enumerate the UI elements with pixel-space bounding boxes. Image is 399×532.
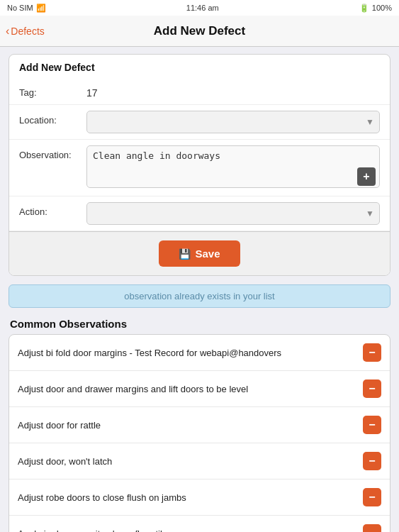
list-item: Angle in doorway sits above floor tiles− xyxy=(9,516,390,532)
remove-observation-button[interactable]: − xyxy=(363,488,381,506)
status-bar-right: 🔋 100% xyxy=(359,4,392,13)
action-row: Action: ▼ xyxy=(9,196,390,231)
tag-row: Tag: 17 xyxy=(9,77,390,105)
nav-title: Add New Defect xyxy=(154,24,245,38)
obs-item-text: Adjust door for rattle xyxy=(18,420,363,431)
obs-item-text: Adjust door and drawer margins and lift … xyxy=(18,384,363,394)
obs-item-text: Adjust door, won't latch xyxy=(18,456,363,467)
obs-item-text: Angle in doorway sits above floor tiles xyxy=(18,528,363,533)
action-select-wrapper: ▼ xyxy=(86,202,380,225)
tag-value: 17 xyxy=(86,83,98,99)
remove-observation-button[interactable]: − xyxy=(363,524,381,532)
list-item: Adjust door and drawer margins and lift … xyxy=(9,371,390,407)
remove-observation-button[interactable]: − xyxy=(363,343,381,362)
observation-add-button[interactable]: + xyxy=(357,167,376,186)
obs-item-text: Adjust robe doors to close flush on jamb… xyxy=(18,492,363,503)
location-select-wrapper: ▼ xyxy=(86,111,380,133)
observation-row: Observation: Clean angle in doorways + xyxy=(9,140,390,196)
location-select[interactable] xyxy=(86,111,380,133)
observation-label: Observation: xyxy=(19,145,86,160)
action-select[interactable] xyxy=(86,202,380,225)
list-item: Adjust door for rattle− xyxy=(9,407,390,443)
save-label: Save xyxy=(195,248,220,260)
carrier-text: No SIM xyxy=(7,4,33,12)
common-observations-title: Common Observations xyxy=(9,315,390,334)
status-bar-left: No SIM 📶 xyxy=(7,4,46,13)
back-button[interactable]: ‹ Defects xyxy=(6,25,45,38)
status-bar-time: 11:46 am xyxy=(186,4,219,12)
list-item: Adjust door, won't latch− xyxy=(9,443,390,480)
remove-observation-button[interactable]: − xyxy=(363,416,381,434)
obs-item-text: Adjust bi fold door margins - Test Recor… xyxy=(18,348,363,358)
action-label: Action: xyxy=(19,202,86,217)
observation-wrapper: Clean angle in doorways + xyxy=(86,145,380,190)
nav-bar: ‹ Defects Add New Defect xyxy=(0,16,399,47)
tag-label: Tag: xyxy=(19,83,86,98)
add-defect-card: Add New Defect Tag: 17 Location: ▼ Obser… xyxy=(9,54,390,276)
status-bar: No SIM 📶 11:46 am 🔋 100% xyxy=(0,0,399,16)
location-row: Location: ▼ xyxy=(9,105,390,140)
save-area: 💾 Save xyxy=(9,231,390,275)
back-label: Defects xyxy=(11,26,44,37)
list-item: Adjust bi fold door margins - Test Recor… xyxy=(9,335,390,371)
location-label: Location: xyxy=(19,111,86,126)
common-observations-list: Adjust bi fold door margins - Test Recor… xyxy=(9,334,390,532)
list-item: Adjust robe doors to close flush on jamb… xyxy=(9,480,390,516)
wifi-icon: 📶 xyxy=(36,4,46,13)
remove-observation-button[interactable]: − xyxy=(363,452,381,470)
observation-textarea[interactable]: Clean angle in doorways xyxy=(86,145,380,188)
battery-icon: 🔋 xyxy=(359,4,369,13)
notification-message: observation already exists in your list xyxy=(124,291,274,301)
notification-banner: observation already exists in your list xyxy=(9,284,390,308)
chevron-left-icon: ‹ xyxy=(6,25,9,38)
battery-text: 100% xyxy=(372,4,392,12)
remove-observation-button[interactable]: − xyxy=(363,379,381,398)
save-button[interactable]: 💾 Save xyxy=(159,240,240,267)
main-content: Add New Defect Tag: 17 Location: ▼ Obser… xyxy=(0,47,399,532)
save-icon: 💾 xyxy=(179,248,191,260)
card-title: Add New Defect xyxy=(9,55,390,77)
